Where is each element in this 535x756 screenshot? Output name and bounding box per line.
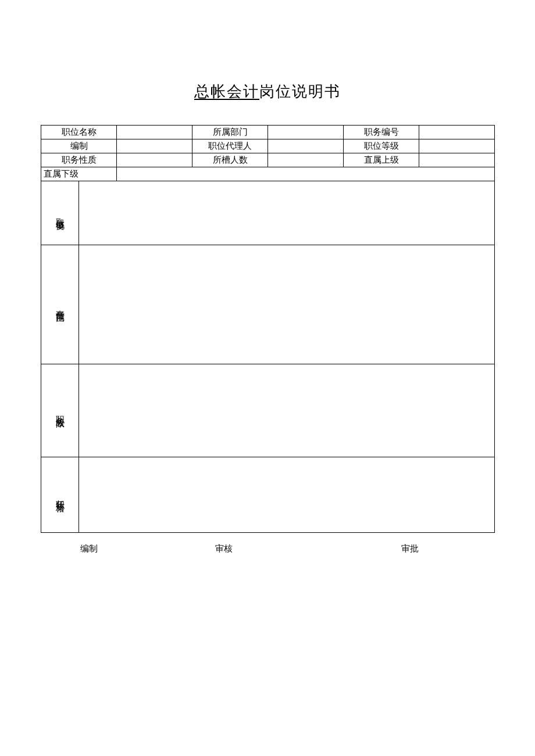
document-page: 总帐会计岗位说明书 职位名称 所属部门 职务编号 编制 职位代理人 职位等级 职 (41, 81, 494, 554)
header-row-3: 职务性质 所槽人数 直属上级 (41, 153, 495, 167)
label-grade: 职位等级 (344, 139, 419, 153)
header-row-2: 编制 职位代理人 职位等级 (41, 139, 495, 153)
value-deputy (268, 139, 344, 153)
value-qualification (79, 457, 495, 533)
value-scope (79, 245, 495, 364)
value-authority (79, 364, 495, 457)
title-underlined: 总帐会计 (194, 83, 259, 100)
section-summary: 取位概要 (41, 181, 495, 245)
footer-prepared: 编制 (41, 543, 137, 554)
label-nature: 职务性质 (41, 153, 117, 167)
value-direct-sub (117, 167, 495, 181)
footer-approved: 审批 (311, 543, 494, 554)
section-authority: 职务权限 (41, 364, 495, 457)
value-position-name (117, 126, 192, 139)
label-position-name: 职位名称 (41, 126, 117, 139)
label-summary: 取位概要 (41, 181, 79, 245)
value-summary (79, 181, 495, 245)
label-superior: 直属上级 (344, 153, 419, 167)
label-establishment: 编制 (41, 139, 117, 153)
title-rest: 岗位说明书 (259, 83, 341, 100)
value-establishment (117, 139, 192, 153)
label-qualification: 任职资格 (41, 457, 79, 533)
direct-sub-row: 直属下级 (41, 167, 495, 181)
section-scope: 责任范围 (41, 245, 495, 364)
page-title: 总帐会计岗位说明书 (194, 81, 341, 102)
job-table: 职位名称 所属部门 职务编号 编制 职位代理人 职位等级 职务性质 所槽人数 直… (41, 125, 495, 533)
label-job-number: 职务编号 (344, 126, 419, 139)
label-department: 所属部门 (192, 126, 268, 139)
footer: 编制 审核 审批 (41, 543, 494, 554)
footer-reviewed: 审核 (137, 543, 311, 554)
label-headcount: 所槽人数 (192, 153, 268, 167)
label-deputy: 职位代理人 (192, 139, 268, 153)
label-direct-sub: 直属下级 (41, 167, 117, 181)
label-scope: 责任范围 (41, 245, 79, 364)
section-qualification: 任职资格 (41, 457, 495, 533)
value-job-number (419, 126, 495, 139)
value-nature (117, 153, 192, 167)
value-department (268, 126, 344, 139)
header-row-1: 职位名称 所属部门 职务编号 (41, 126, 495, 139)
value-superior (419, 153, 495, 167)
value-headcount (268, 153, 344, 167)
label-authority: 职务权限 (41, 364, 79, 457)
title-wrap: 总帐会计岗位说明书 (41, 81, 494, 102)
value-grade (419, 139, 495, 153)
